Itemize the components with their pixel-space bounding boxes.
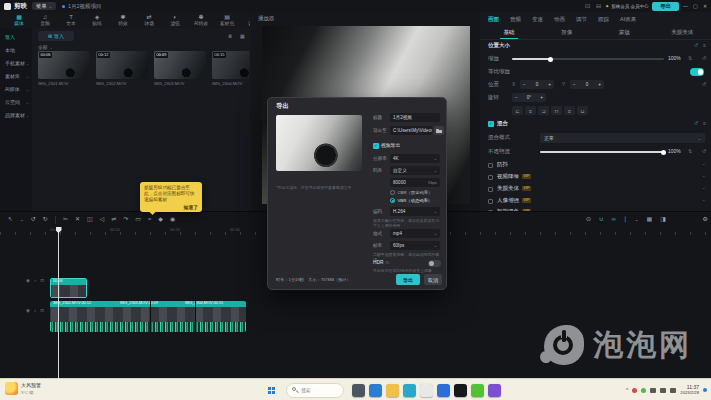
- scale-slider-knob[interactable]: [548, 57, 553, 62]
- align-left-icon[interactable]: ⊏: [512, 106, 523, 115]
- align-right-icon[interactable]: ⊐: [538, 106, 549, 115]
- bitrate-mode-dropdown[interactable]: 自定义⌄: [390, 166, 440, 175]
- document-title[interactable]: 1月2视频项目: [68, 0, 102, 12]
- layout-toggle-icon[interactable]: ⊡: [585, 0, 590, 12]
- photos-icon[interactable]: [488, 384, 501, 397]
- media-clip-thumbnail[interactable]: 00:12: [96, 51, 148, 79]
- rotate-stepper[interactable]: −0°+: [512, 93, 546, 102]
- ribbon-tab-text[interactable]: T文本: [58, 12, 84, 28]
- name-input[interactable]: 1月2视频: [390, 113, 440, 122]
- denoise-checkbox[interactable]: [488, 175, 493, 180]
- align-top-icon[interactable]: ⊓: [551, 106, 562, 115]
- subtab-beauty[interactable]: 美颜美体: [653, 26, 711, 39]
- mirror-icon[interactable]: ⇌: [111, 212, 116, 227]
- minus-icon[interactable]: −: [515, 95, 518, 100]
- timeline-clip-2[interactable]: IMG_2302.MOV 00:12 IMG_2303.MOV 00:09 IM…: [50, 301, 246, 332]
- cbr-radio[interactable]: [390, 190, 395, 195]
- split-icon[interactable]: ✂: [63, 212, 68, 227]
- minimize-icon[interactable]: —: [683, 0, 688, 12]
- menu-icon[interactable]: ≡: [703, 42, 706, 48]
- menu-button[interactable]: 菜单 ⌄: [32, 2, 56, 10]
- plus-icon[interactable]: +: [548, 82, 551, 87]
- media-filter[interactable]: 全部 ⌄: [38, 44, 53, 50]
- plus-icon[interactable]: +: [540, 95, 543, 100]
- tab-speed[interactable]: 变速: [532, 16, 543, 23]
- subtab-basic[interactable]: 基础: [480, 26, 538, 39]
- hide-track-icon[interactable]: ◉: [26, 278, 30, 283]
- position-y-stepper[interactable]: −0+: [570, 80, 604, 89]
- sidebar-item-import[interactable]: 导入: [0, 31, 32, 44]
- chrome-icon[interactable]: [420, 384, 433, 397]
- menu-icon[interactable]: ≡: [703, 120, 706, 126]
- grid-view-icon[interactable]: ▦: [240, 31, 245, 41]
- opacity-slider-knob[interactable]: [661, 150, 666, 155]
- hdr-toggle[interactable]: [428, 260, 441, 267]
- sort-icon[interactable]: ≣: [228, 31, 232, 41]
- subtab-cutout[interactable]: 抠像: [538, 26, 596, 39]
- reverse-icon[interactable]: ◁: [100, 212, 105, 227]
- taskview-icon[interactable]: [352, 384, 365, 397]
- select-icon[interactable]: ↖: [8, 212, 13, 227]
- path-input[interactable]: C:\Users\My\Videos\...: [390, 126, 432, 135]
- beauty-section[interactable]: 美颜美体 VIP: [497, 185, 531, 192]
- lock-track-icon[interactable]: ⊡: [40, 278, 44, 283]
- undo-icon[interactable]: ↺: [31, 212, 36, 227]
- dialog-cancel-button[interactable]: 取消: [424, 274, 442, 285]
- ribbon-tab-filter[interactable]: ◐滤镜: [162, 12, 188, 28]
- position-x-stepper[interactable]: −0+: [520, 80, 554, 89]
- ribbon-tab-effects[interactable]: ✱特效: [110, 12, 136, 28]
- keyframe-icon[interactable]: ◆: [158, 212, 163, 227]
- start-button[interactable]: [268, 379, 275, 400]
- taskbar-search[interactable]: 搜索: [286, 383, 344, 398]
- weather-title[interactable]: 大风预警: [21, 382, 41, 388]
- reset-icon[interactable]: ↺: [702, 148, 706, 154]
- wifi-icon[interactable]: [650, 388, 656, 393]
- minus-icon[interactable]: −: [573, 82, 576, 87]
- tooltip-got-it-button[interactable]: 知道了: [184, 204, 198, 210]
- align-center-v-icon[interactable]: ≡: [564, 106, 575, 115]
- media-clip-thumbnail[interactable]: 00:09: [154, 51, 206, 79]
- video-export-checkbox[interactable]: ✓: [373, 143, 379, 149]
- stabilize-section[interactable]: 防抖: [497, 161, 508, 168]
- explorer-icon[interactable]: [386, 384, 399, 397]
- timeline-settings-icon[interactable]: ⚙: [703, 212, 708, 227]
- wechat-icon[interactable]: [471, 384, 484, 397]
- export-button-top[interactable]: 导出: [652, 2, 679, 11]
- record-icon[interactable]: ⊙: [586, 212, 591, 227]
- select-dropdown-icon[interactable]: ⌄: [20, 212, 24, 227]
- hide-track-icon[interactable]: ◉: [26, 308, 30, 313]
- fps-dropdown[interactable]: 60fps⌄: [390, 241, 440, 250]
- uniform-scale-toggle[interactable]: [690, 68, 704, 76]
- notification-icon[interactable]: [703, 388, 707, 392]
- tab-ai[interactable]: AI效果: [620, 16, 636, 23]
- align-bottom-icon[interactable]: ⊔: [577, 106, 588, 115]
- resolution-dropdown[interactable]: 4K⌄: [390, 154, 440, 163]
- redo-icon[interactable]: ↻: [43, 212, 48, 227]
- maximize-icon[interactable]: ▢: [693, 0, 698, 12]
- mute-track-icon[interactable]: ♪: [34, 308, 36, 313]
- panel-icon[interactable]: ◨: [660, 212, 666, 227]
- battery-icon[interactable]: [670, 388, 676, 393]
- reset-icon[interactable]: ↺: [702, 81, 706, 87]
- marker-icon[interactable]: ◉: [170, 212, 175, 227]
- scale-value[interactable]: 100%: [668, 55, 681, 61]
- codec-dropdown[interactable]: H.264⌄: [390, 207, 440, 216]
- vbr-radio-row[interactable]: VBR（动态码率）: [390, 198, 432, 203]
- blend-mode-dropdown[interactable]: 正常 ⌄: [540, 133, 705, 143]
- volume-icon[interactable]: [660, 388, 666, 393]
- tray-expand-icon[interactable]: ^: [626, 387, 628, 393]
- magnet-icon[interactable]: ∪: [599, 212, 603, 227]
- track-dropdown-icon[interactable]: ⌄: [635, 212, 639, 227]
- minus-icon[interactable]: −: [523, 82, 526, 87]
- tab-animation[interactable]: 动画: [554, 16, 565, 23]
- mute-track-icon[interactable]: ♪: [34, 278, 36, 283]
- media-clip-thumbnail[interactable]: 00:15: [212, 51, 251, 79]
- info-icon[interactable]: ⓘ: [385, 260, 389, 265]
- ribbon-tab-sticker[interactable]: ◈贴纸: [84, 12, 110, 28]
- sidebar-item-phone[interactable]: 手机素材⌄: [0, 57, 32, 70]
- position-size-section[interactable]: 位置大小: [488, 42, 510, 49]
- edge-icon[interactable]: [403, 384, 416, 397]
- beauty-checkbox[interactable]: [488, 187, 493, 192]
- browse-folder-button[interactable]: [434, 126, 444, 135]
- reset-icon[interactable]: ↺: [702, 55, 706, 61]
